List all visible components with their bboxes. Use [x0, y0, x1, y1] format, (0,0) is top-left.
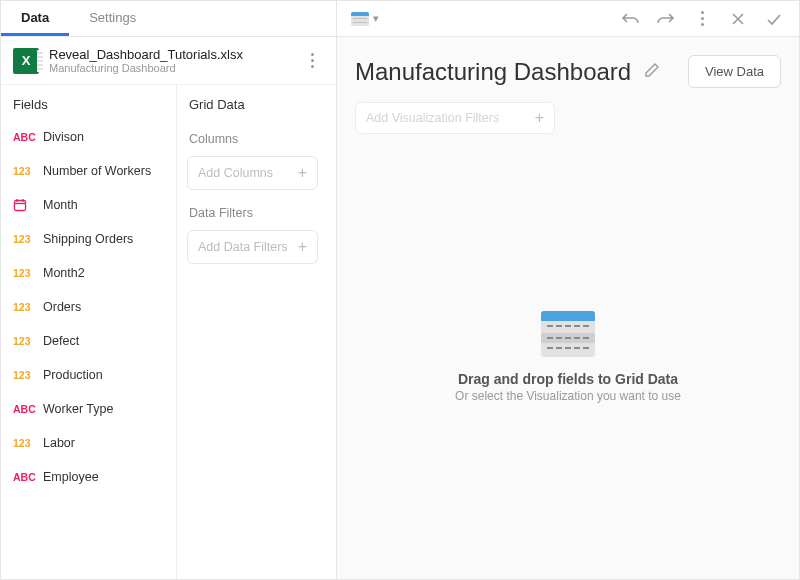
edit-title-button[interactable]: [639, 57, 665, 87]
field-item[interactable]: ABCDivison: [1, 120, 176, 154]
tab-settings[interactable]: Settings: [69, 1, 156, 36]
editor-toolbar: ▾: [337, 1, 799, 37]
field-item[interactable]: 123Labor: [1, 426, 176, 460]
view-data-button[interactable]: View Data: [688, 55, 781, 88]
field-label: Orders: [43, 300, 81, 314]
field-item[interactable]: 123Shipping Orders: [1, 222, 176, 256]
field-label: Shipping Orders: [43, 232, 133, 246]
excel-icon: X: [13, 48, 39, 74]
undo-button[interactable]: [615, 4, 645, 34]
field-label: Defect: [43, 334, 79, 348]
grid-viz-icon: [351, 12, 369, 26]
field-label: Number of Workers: [43, 164, 151, 178]
visualization-title: Manufacturing Dashboard: [355, 58, 631, 86]
field-label: Month: [43, 198, 78, 212]
add-columns-placeholder: Add Columns: [198, 166, 273, 180]
add-datafilters-dropzone[interactable]: Add Data Filters +: [187, 230, 318, 264]
field-item[interactable]: 123Month2: [1, 256, 176, 290]
field-item[interactable]: ABCEmployee: [1, 460, 176, 494]
add-columns-dropzone[interactable]: Add Columns +: [187, 156, 318, 190]
grid-placeholder-icon: [541, 311, 595, 357]
number-type-icon: 123: [13, 301, 35, 313]
field-item[interactable]: ABCWorker Type: [1, 392, 176, 426]
griddata-header: Grid Data: [177, 85, 328, 120]
text-type-icon: ABC: [13, 471, 35, 483]
plus-icon: +: [298, 238, 307, 256]
viz-filter-placeholder: Add Visualization Filters: [366, 111, 499, 125]
close-button[interactable]: [723, 4, 753, 34]
canvas-hint-title: Drag and drop fields to Grid Data: [458, 371, 678, 387]
plus-icon: +: [535, 109, 544, 127]
columns-label: Columns: [177, 120, 328, 152]
visualization-canvas[interactable]: Drag and drop fields to Grid Data Or sel…: [337, 134, 799, 579]
canvas-hint-sub: Or select the Visualization you want to …: [455, 389, 681, 403]
field-label: Production: [43, 368, 103, 382]
datasource-filename: Reveal_Dashboard_Tutorials.xlsx: [49, 47, 288, 62]
add-datafilters-placeholder: Add Data Filters: [198, 240, 288, 254]
field-label: Worker Type: [43, 402, 113, 416]
plus-icon: +: [298, 164, 307, 182]
datasource-row[interactable]: X Reveal_Dashboard_Tutorials.xlsx Manufa…: [1, 37, 336, 85]
datasource-menu-button[interactable]: [298, 53, 326, 68]
number-type-icon: 123: [13, 233, 35, 245]
field-item[interactable]: 123Production: [1, 358, 176, 392]
add-visualization-filters-dropzone[interactable]: Add Visualization Filters +: [355, 102, 555, 134]
redo-button[interactable]: [651, 4, 681, 34]
number-type-icon: 123: [13, 165, 35, 177]
number-type-icon: 123: [13, 437, 35, 449]
fields-list: ABCDivison123Number of WorkersMonth123Sh…: [1, 120, 176, 494]
datafilters-label: Data Filters: [177, 194, 328, 226]
svg-rect-0: [15, 201, 26, 211]
text-type-icon: ABC: [13, 403, 35, 415]
number-type-icon: 123: [13, 369, 35, 381]
field-label: Month2: [43, 266, 85, 280]
tab-data[interactable]: Data: [1, 1, 69, 36]
fields-header: Fields: [1, 85, 176, 120]
field-item[interactable]: 123Orders: [1, 290, 176, 324]
field-item[interactable]: Month: [1, 188, 176, 222]
confirm-button[interactable]: [759, 4, 789, 34]
more-menu-button[interactable]: [687, 4, 717, 34]
left-tabs: Data Settings: [1, 1, 336, 37]
date-type-icon: [13, 198, 35, 212]
visualization-type-selector[interactable]: ▾: [347, 10, 383, 28]
field-label: Employee: [43, 470, 99, 484]
field-item[interactable]: 123Defect: [1, 324, 176, 358]
datasource-sheet: Manufacturing Dashboard: [49, 62, 288, 74]
field-item[interactable]: 123Number of Workers: [1, 154, 176, 188]
field-label: Labor: [43, 436, 75, 450]
text-type-icon: ABC: [13, 131, 35, 143]
field-label: Divison: [43, 130, 84, 144]
number-type-icon: 123: [13, 335, 35, 347]
number-type-icon: 123: [13, 267, 35, 279]
chevron-down-icon: ▾: [373, 12, 379, 25]
